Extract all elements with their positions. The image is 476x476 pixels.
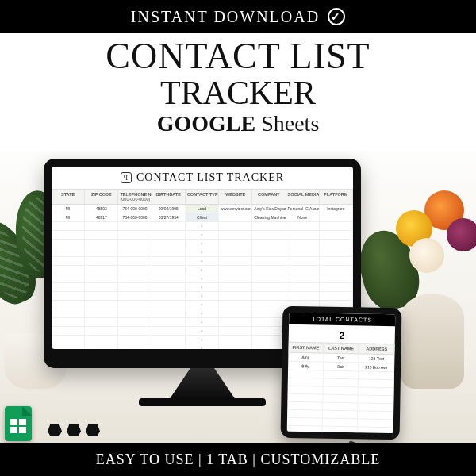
spreadsheet-title-bar: Ч CONTACT LIST TRACKER xyxy=(52,167,353,189)
table-row-empty: ▾ xyxy=(52,274,353,283)
platform-bold: GOOGLE xyxy=(157,111,255,136)
col-state: STATE xyxy=(52,190,85,204)
banner-top-text: INSTANT DOWNLOAD xyxy=(131,8,320,26)
table-row-empty: ▾ xyxy=(52,231,353,240)
table-row-empty: ▾ xyxy=(52,222,353,231)
col-phone: TELEPHONE NUMBER(000-000-0000) xyxy=(118,190,152,204)
banner-bottom-text: EASY TO USE | 1 TAB | CUSTOMIZABLE xyxy=(96,451,380,468)
col-social: SOCIAL MEDIA xyxy=(286,190,320,204)
product-title-block: CONTACT LIST TRACKER GOOGLE Sheets xyxy=(0,33,476,138)
col-zip: ZIP CODE xyxy=(85,190,118,204)
title-line-1: CONTACT LIST xyxy=(0,38,476,75)
col-platform: PLATFORM xyxy=(320,190,353,204)
table-row-empty: ▾ xyxy=(52,248,353,257)
table-row-empty: ▾ xyxy=(52,292,353,301)
tcol-address: ADDRESS xyxy=(359,344,395,354)
table-row-empty xyxy=(287,426,393,433)
spreadsheet-title: CONTACT LIST TRACKER xyxy=(136,171,284,184)
spreadsheet-column-headers: STATE ZIP CODE TELEPHONE NUMBER(000-000-… xyxy=(52,189,353,205)
tablet-screen: TOTAL CONTACTS 2 FIRST NAME LAST NAME AD… xyxy=(287,313,396,433)
tablet-rows: AmyTest123 TestBillyBob216 Bob Ave xyxy=(287,353,395,433)
table-row-empty: ▾ xyxy=(52,257,353,266)
col-contact-type: CONTACT TYPE xyxy=(186,190,219,204)
table-row: MI48503754-000-000009/04/1995Leadwww.amy… xyxy=(52,205,353,213)
col-company: COMPANY xyxy=(252,190,286,204)
google-sheets-icon xyxy=(5,406,32,441)
col-website: WEBSITE xyxy=(219,190,252,204)
sheet-logo-icon: Ч xyxy=(121,172,132,183)
checkmark-circle-icon: ✓ xyxy=(328,8,345,25)
table-row-empty: ▾ xyxy=(52,240,353,248)
binder-clips-decoration xyxy=(48,424,100,436)
table-row-empty: ▾ xyxy=(52,283,353,292)
platform-thin: Sheets xyxy=(261,111,319,136)
features-banner: EASY TO USE | 1 TAB | CUSTOMIZABLE xyxy=(0,443,476,476)
tcol-last: LAST NAME xyxy=(324,344,359,354)
title-platform: GOOGLE Sheets xyxy=(0,111,476,136)
table-row-empty: ▾ xyxy=(52,266,353,274)
product-scene: Ч CONTACT LIST TRACKER STATE ZIP CODE TE… xyxy=(0,151,476,443)
table-row: MI48917734-000-000003/27/1954ClientClean… xyxy=(52,213,353,222)
title-line-2: TRACKER xyxy=(0,76,476,109)
instant-download-banner: INSTANT DOWNLOAD ✓ xyxy=(0,0,476,33)
tablet-mockup: TOTAL CONTACTS 2 FIRST NAME LAST NAME AD… xyxy=(281,306,402,440)
tcol-first: FIRST NAME xyxy=(288,343,324,353)
total-contacts-value: 2 xyxy=(289,324,395,344)
col-birthdate: BIRTHDATE xyxy=(152,190,186,204)
